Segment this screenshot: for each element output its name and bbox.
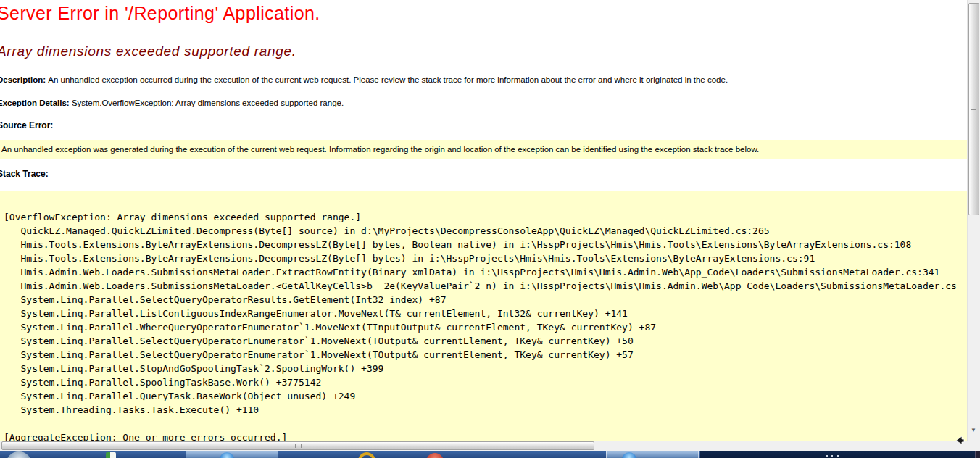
exception-details-text: System.OverflowException: Array dimensio… bbox=[72, 99, 344, 107]
clock-area[interactable] bbox=[826, 455, 843, 458]
source-error-box: An unhandled exception was generated dur… bbox=[0, 140, 968, 159]
scroll-down-arrow-icon[interactable]: ▼ bbox=[967, 424, 980, 437]
windows-taskbar bbox=[0, 451, 980, 458]
vertical-scrollbar-thumb[interactable] bbox=[968, 3, 979, 215]
description-text: An unhandled exception occurred during t… bbox=[48, 75, 728, 84]
title-divider bbox=[0, 33, 968, 33]
mouse-cursor-icon bbox=[955, 436, 965, 445]
description-label: Description: bbox=[0, 75, 48, 84]
stack-trace-text: [OverflowException: Array dimensions exc… bbox=[0, 191, 968, 441]
green-app-icon[interactable] bbox=[106, 452, 116, 458]
exception-details-label: Exception Details: bbox=[0, 99, 72, 107]
start-orb-icon[interactable] bbox=[6, 451, 32, 458]
source-error-text: An unhandled exception was generated dur… bbox=[0, 140, 968, 154]
error-page-content: Server Error in '/Reporting' Application… bbox=[0, 0, 968, 441]
stack-trace-label: Stack Trace: bbox=[0, 169, 49, 179]
stack-trace-box: [OverflowException: Array dimensions exc… bbox=[0, 191, 968, 441]
red-app-icon[interactable] bbox=[426, 453, 444, 458]
scrollbar-corner bbox=[967, 441, 980, 451]
error-subtitle: Array dimensions exceeded supported rang… bbox=[0, 43, 296, 59]
gold-ring-app-icon[interactable] bbox=[358, 452, 375, 458]
description-row: Description: An unhandled exception occu… bbox=[0, 75, 728, 84]
scrollbar-grip-icon bbox=[971, 107, 976, 112]
horizontal-scrollbar-thumb[interactable] bbox=[1, 441, 594, 450]
show-desktop-button[interactable] bbox=[975, 451, 980, 458]
exception-details-row: Exception Details: System.OverflowExcept… bbox=[0, 99, 344, 107]
page-title: Server Error in '/Reporting' Application… bbox=[0, 3, 320, 24]
scrollbar-grip-icon bbox=[295, 444, 302, 448]
taskbar-app-button-2[interactable] bbox=[606, 451, 699, 458]
source-error-label: Source Error: bbox=[0, 120, 53, 130]
